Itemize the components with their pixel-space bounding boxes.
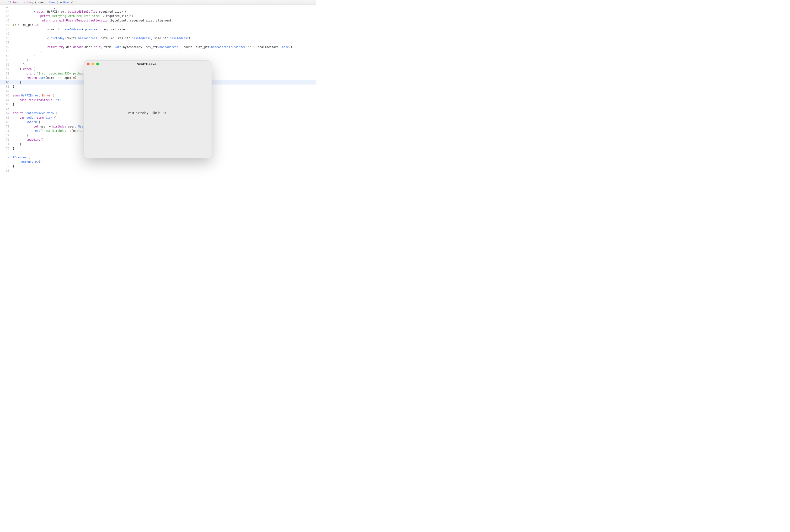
code-content[interactable]: var body: some View { (11, 116, 56, 120)
code-content[interactable]: #Preview { (11, 155, 30, 160)
change-marker-icon (3, 125, 3, 128)
code-line[interactable]: 54 } (0, 54, 316, 58)
code-line[interactable]: 51 (0, 40, 316, 45)
code-content[interactable]: } (11, 84, 14, 89)
line-number: 57 (0, 67, 11, 71)
breadcrumb-fn-name: birthday (21, 1, 33, 4)
code-content[interactable] (11, 151, 13, 155)
code-line[interactable]: 46 return try withUnsafeTemporaryAllocat… (0, 18, 316, 23)
code-content[interactable]: let user = birthday(user: User(name: (11, 125, 95, 129)
line-number: 76 (0, 151, 11, 155)
line-number: 52 (0, 45, 11, 50)
code-content[interactable]: } (11, 142, 21, 147)
code-content[interactable]: 1) { res_ptr in (11, 23, 38, 27)
code-line[interactable]: 79} (0, 164, 316, 169)
line-number: 75 (0, 146, 11, 151)
line-number: 60 (0, 80, 11, 85)
breadcrumb-colon: : (46, 1, 49, 4)
line-number: 78 (0, 160, 11, 164)
code-content[interactable]: } (11, 5, 56, 10)
code-line[interactable]: 471) { res_ptr in (0, 23, 316, 27)
line-number: 44 (0, 10, 11, 14)
line-number: 43 (0, 5, 11, 10)
code-content[interactable]: return User(name: "", age: 0) (11, 76, 76, 80)
code-content[interactable]: } (11, 54, 35, 58)
line-number: 64 (0, 98, 11, 102)
line-number: 47 (0, 23, 11, 27)
preview-window-content: Post-birthday, Ellie is: 25! (84, 67, 212, 158)
code-content[interactable]: } (11, 133, 28, 138)
code-content[interactable]: struct ContentView: View { (11, 111, 58, 116)
code-content[interactable] (11, 169, 13, 173)
code-content[interactable]: } (11, 146, 14, 151)
line-number: 58 (0, 71, 11, 76)
code-line[interactable]: 49 (0, 32, 316, 36)
code-line[interactable]: 45 print("Retrying with required size: \… (0, 14, 316, 18)
code-content[interactable]: return try withUnsafeTemporaryAllocation… (11, 18, 173, 23)
code-content[interactable]: } (11, 164, 14, 169)
breadcrumb-arrow: ) → (57, 1, 63, 4)
line-number: 49 (0, 32, 11, 36)
code-content[interactable]: } (11, 62, 25, 67)
line-number: 66 (0, 107, 11, 111)
line-number: 48 (0, 27, 11, 32)
breadcrumb-kw-func: func (13, 1, 19, 4)
code-content[interactable]: c_birthday(rawPtr.baseAddress, data_len,… (11, 36, 190, 41)
code-content[interactable] (11, 89, 13, 94)
code-line[interactable]: 52 return try dec.decode(User.self, from… (0, 45, 316, 50)
code-line[interactable]: 48 size_ptr.baseAddress?.pointee = requi… (0, 27, 316, 32)
line-number: 62 (0, 89, 11, 94)
code-content[interactable]: ContentView() (11, 160, 42, 164)
line-number: 65 (0, 102, 11, 107)
code-line[interactable]: 50 c_birthday(rawPtr.baseAddress, data_l… (0, 36, 316, 41)
line-number: 56 (0, 62, 11, 67)
line-number: 71 (0, 129, 11, 133)
code-line[interactable]: 53 } (0, 49, 316, 54)
code-content[interactable]: } (11, 102, 14, 107)
code-content[interactable]: VStack { (11, 120, 40, 125)
code-content[interactable]: .padding() (11, 137, 44, 142)
line-number: 61 (0, 84, 11, 89)
line-number: 70 (0, 125, 11, 129)
change-marker-icon (3, 76, 3, 79)
breadcrumb-line-number: 17 (6, 1, 11, 4)
line-number: 54 (0, 54, 11, 58)
line-number: 46 (0, 18, 11, 23)
preview-window[interactable]: SwiftHaskell Post-birthday, Ellie is: 25… (84, 61, 212, 158)
code-content[interactable]: print("Retrying with required size: \(re… (11, 14, 133, 18)
code-content[interactable]: case requiredSizeIs(Int) (11, 98, 61, 102)
line-number: 50 (0, 36, 11, 41)
code-line[interactable]: 43 } (0, 5, 316, 10)
line-number: 72 (0, 133, 11, 138)
code-line[interactable]: 44 } catch HsFFIError.requiredSizeIs(let… (0, 10, 316, 14)
code-content[interactable]: } catch HsFFIError.requiredSizeIs(let re… (11, 10, 127, 14)
line-number: 55 (0, 58, 11, 62)
code-content[interactable]: } (11, 80, 21, 85)
code-content[interactable] (11, 107, 13, 111)
breadcrumb[interactable]: 17 func birthday ( user : User ) → User … (0, 0, 316, 5)
line-number: 68 (0, 116, 11, 120)
code-content[interactable]: } catch { (11, 67, 35, 71)
code-content[interactable] (11, 32, 13, 36)
breadcrumb-lparen: ( (35, 1, 37, 4)
line-number: 67 (0, 111, 11, 116)
code-content[interactable] (11, 40, 13, 45)
line-number: 69 (0, 120, 11, 125)
code-content[interactable]: size_ptr.baseAddress?.pointee = required… (11, 27, 125, 32)
change-marker-icon (3, 129, 3, 132)
line-number: 77 (0, 155, 11, 160)
code-content[interactable]: enum HsFFIError: Error { (11, 93, 54, 98)
line-number: 73 (0, 137, 11, 142)
change-marker-icon (3, 37, 3, 40)
line-number: 53 (0, 49, 11, 54)
line-number: 45 (0, 14, 11, 18)
code-line[interactable]: 80 (0, 169, 316, 173)
line-number: 80 (0, 169, 11, 173)
line-number: 79 (0, 164, 11, 169)
breadcrumb-param-type: User (49, 1, 55, 4)
code-line[interactable]: 78 ContentView() (0, 160, 316, 164)
code-content[interactable]: } (11, 58, 28, 62)
code-content[interactable]: } (11, 49, 42, 54)
code-content[interactable]: return try dec.decode(User.self, from: D… (11, 45, 292, 50)
preview-titlebar[interactable]: SwiftHaskell (84, 61, 212, 67)
